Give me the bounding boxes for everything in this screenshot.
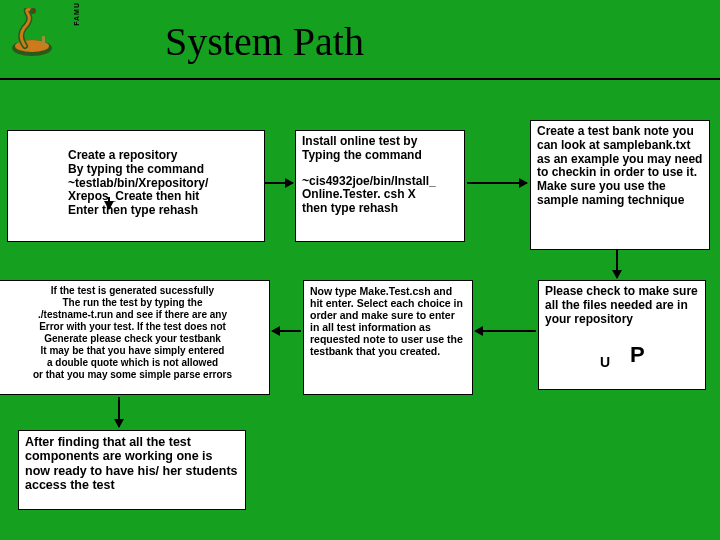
svg-rect-4 xyxy=(42,36,45,46)
arrow-icon xyxy=(272,330,301,332)
step-run-test-check-errors: If the test is generated sucessfully The… xyxy=(0,280,270,395)
letter-p: P xyxy=(630,342,645,368)
letter-u: U xyxy=(600,354,610,370)
step-install-online-test: Install online test by Typing the comman… xyxy=(295,130,465,242)
svg-point-3 xyxy=(33,9,35,11)
step-check-files: Please check to make sure all the files … xyxy=(538,280,706,390)
logo: FAMU xyxy=(10,0,80,65)
install-cmd-body: ~cis4932joe/bin/Install_ Online.Tester. … xyxy=(302,175,458,216)
title-divider xyxy=(0,78,720,80)
arrow-icon xyxy=(108,197,110,209)
page-title: System Path xyxy=(165,18,364,65)
arrow-icon xyxy=(475,330,536,332)
arrow-icon xyxy=(616,250,618,278)
logo-text: FAMU xyxy=(73,2,80,26)
step-create-testbank: Create a test bank note you can look at … xyxy=(530,120,710,250)
step-make-test: Now type Make.Test.csh and hit enter. Se… xyxy=(303,280,473,395)
install-cmd-intro: Install online test by Typing the comman… xyxy=(302,135,458,163)
step-ready-for-students: After finding that all the test componen… xyxy=(18,430,246,510)
arrow-icon xyxy=(265,182,293,184)
step-create-repository: Create a repository By typing the comman… xyxy=(7,130,265,242)
svg-point-2 xyxy=(30,8,36,14)
arrow-icon xyxy=(118,397,120,427)
arrow-icon xyxy=(467,182,527,184)
rattlesnake-icon xyxy=(10,8,55,58)
